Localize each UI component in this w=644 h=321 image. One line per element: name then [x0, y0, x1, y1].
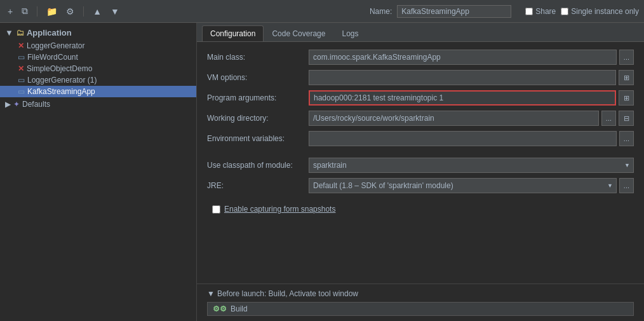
working-dir-field: ... ⊟	[309, 111, 634, 126]
tab-code-coverage[interactable]: Code Coverage	[264, 25, 333, 41]
collapse-arrow-icon: ▼	[5, 28, 13, 38]
name-label: Name:	[370, 7, 392, 16]
add-icon[interactable]: +	[5, 5, 15, 18]
working-dir-browse-button[interactable]: ...	[601, 111, 616, 126]
share-label: Share	[535, 7, 556, 16]
enable-snapshots-checkbox[interactable]	[212, 205, 220, 214]
build-icon: ⚙⚙	[213, 304, 227, 313]
vm-options-expand-button[interactable]: ⊞	[619, 70, 634, 85]
enable-snapshots-row: Enable capturing form snapshots	[207, 205, 634, 214]
copy-icon[interactable]: ⧉	[19, 4, 30, 18]
classpath-select[interactable]: sparktrain	[309, 158, 634, 173]
tree-defaults[interactable]: ▶ ✦ Defaults	[0, 97, 196, 111]
configuration-form: Main class: ... VM options: ⊞ Program ar…	[197, 42, 644, 283]
working-dir-label: Working directory:	[207, 114, 309, 123]
tree-item-label: KafkaStreamingApp	[27, 87, 95, 96]
tree-item-kafkastreamingapp[interactable]: ▭ KafkaStreamingApp	[0, 86, 196, 97]
working-dir-icon-button[interactable]: ⊟	[619, 111, 634, 126]
main-class-input[interactable]	[309, 50, 617, 65]
vm-options-label: VM options:	[207, 73, 309, 82]
tree-item-label: LoggerGenerator	[27, 41, 84, 50]
file-icon-2: ▭	[18, 53, 25, 62]
tree-item-simpleobjectdemo[interactable]: ✕ SimpleObjectDemo	[0, 63, 196, 74]
working-dir-input[interactable]	[309, 111, 599, 126]
tree-item-label: FileWordCount	[27, 53, 78, 62]
toolbar-separator	[37, 6, 37, 17]
env-vars-browse-button[interactable]: ...	[619, 131, 634, 146]
left-panel: ▼ 🗂 Application ✕ LoggerGenerator ▭ File…	[0, 23, 197, 321]
tree-item-label: LoggerGenerator (1)	[27, 76, 97, 85]
name-section: Name:	[370, 5, 511, 18]
jre-row: JRE: Default (1.8 – SDK of 'sparktrain' …	[207, 178, 634, 193]
name-input[interactable]	[397, 5, 511, 18]
tree-item-loggergenerator[interactable]: ✕ LoggerGenerator	[0, 40, 196, 51]
right-panel: Configuration Code Coverage Logs Main cl…	[197, 23, 644, 321]
jre-select[interactable]: Default (1.8 – SDK of 'sparktrain' modul…	[309, 178, 617, 193]
main-class-row: Main class: ...	[207, 50, 634, 65]
env-vars-input[interactable]	[309, 131, 617, 146]
share-checkbox-label[interactable]: Share	[525, 7, 556, 16]
single-instance-checkbox-label[interactable]: Single instance only	[561, 7, 639, 16]
env-vars-row: Environment variables: ...	[207, 131, 634, 146]
jre-label: JRE:	[207, 181, 309, 190]
defaults-arrow-icon: ▶	[5, 100, 11, 109]
classpath-select-wrapper: sparktrain	[309, 158, 634, 173]
program-args-expand-button[interactable]: ⊞	[619, 90, 634, 106]
main-class-field: ...	[309, 50, 634, 65]
tree-item-loggergenerator-1[interactable]: ▭ LoggerGenerator (1)	[0, 74, 196, 86]
application-tree-header[interactable]: ▼ 🗂 Application	[0, 25, 196, 40]
program-args-input[interactable]	[309, 90, 616, 106]
main-class-browse-button[interactable]: ...	[619, 50, 634, 65]
file-icon-4: ▭	[18, 76, 25, 85]
env-vars-label: Environment variables:	[207, 134, 309, 143]
main-class-label: Main class:	[207, 53, 309, 62]
gear-icon[interactable]: ⚙	[64, 5, 77, 18]
env-vars-field: ...	[309, 131, 634, 146]
before-launch-section: ▼ Before launch: Build, Activate tool wi…	[197, 283, 644, 321]
classpath-field: sparktrain	[309, 158, 634, 173]
tab-logs[interactable]: Logs	[333, 25, 366, 41]
working-dir-row: Working directory: ... ⊟	[207, 111, 634, 126]
program-args-row: Program arguments: ⊞	[207, 90, 634, 106]
single-instance-checkbox[interactable]	[561, 8, 568, 15]
down-icon[interactable]: ▼	[108, 5, 122, 18]
folder-icon[interactable]: 📁	[44, 5, 60, 18]
vm-options-row: VM options: ⊞	[207, 70, 634, 85]
before-launch-arrow-icon: ▼	[207, 289, 215, 298]
tree-item-label: SimpleObjectDemo	[27, 64, 92, 73]
main-content: ▼ 🗂 Application ✕ LoggerGenerator ▭ File…	[0, 23, 644, 321]
enable-snapshots-underline: Enable capturing form snapshots	[224, 205, 335, 214]
vm-options-field: ⊞	[309, 70, 634, 85]
defaults-icon: ✦	[13, 100, 20, 109]
defaults-label: Defaults	[22, 100, 50, 109]
application-label: Application	[27, 28, 72, 38]
form-spacer-1	[207, 151, 634, 158]
tree-item-filewordcount[interactable]: ▭ FileWordCount	[0, 51, 196, 63]
share-checkbox[interactable]	[525, 8, 533, 15]
form-spacer-2	[207, 198, 634, 205]
program-args-label: Program arguments:	[207, 93, 309, 102]
enable-snapshots-label: Enable capturing form snapshots	[224, 205, 335, 214]
file-icon-5: ▭	[18, 87, 25, 96]
build-item-label: Build	[231, 304, 248, 313]
tabs-bar: Configuration Code Coverage Logs	[197, 23, 644, 42]
toolbar: + ⧉ 📁 ⚙ ▲ ▼ Name: Share Single instance …	[0, 0, 644, 23]
single-instance-label: Single instance only	[571, 7, 639, 16]
program-args-field: ⊞	[309, 90, 634, 106]
classpath-row: Use classpath of module: sparktrain	[207, 158, 634, 173]
error-icon-3: ✕	[18, 64, 24, 73]
classpath-label: Use classpath of module:	[207, 161, 309, 170]
tab-configuration[interactable]: Configuration	[202, 25, 264, 41]
error-icon-1: ✕	[18, 41, 24, 50]
jre-select-wrapper: Default (1.8 – SDK of 'sparktrain' modul…	[309, 178, 617, 193]
application-folder-icon: 🗂	[16, 28, 24, 38]
jre-browse-button[interactable]: ...	[619, 178, 634, 193]
build-item[interactable]: ⚙⚙ Build	[207, 302, 634, 316]
before-launch-title: Before launch: Build, Activate tool wind…	[217, 289, 358, 298]
share-section: Share Single instance only	[525, 7, 639, 16]
before-launch-header[interactable]: ▼ Before launch: Build, Activate tool wi…	[207, 289, 634, 298]
toolbar-separator-2	[83, 6, 84, 17]
jre-field: Default (1.8 – SDK of 'sparktrain' modul…	[309, 178, 634, 193]
vm-options-input[interactable]	[309, 70, 616, 85]
up-icon[interactable]: ▲	[90, 5, 104, 18]
